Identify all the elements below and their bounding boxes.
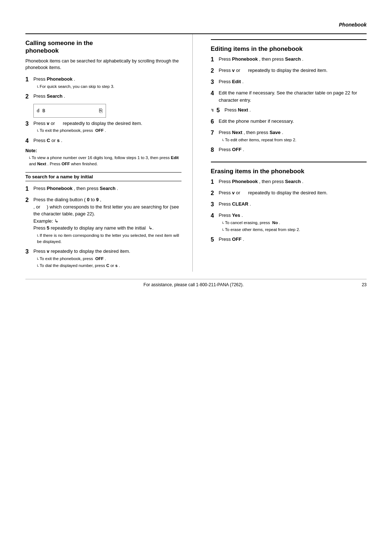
step-2: 2 Press Search . — [25, 93, 181, 101]
content-columns: Calling someone in thephonebook Phoneboo… — [25, 33, 367, 272]
step-1: 1 Press Phonebook . For quick search, yo… — [25, 76, 181, 90]
sub-step-num-2: 2 — [25, 196, 33, 245]
step-content-4: Press C or s . — [33, 137, 181, 145]
erase-sub-note-4a: To cancel erasing, press No . — [222, 220, 367, 226]
erase-step-num-5: 5 — [211, 235, 219, 244]
edit-step-num-4: 4 — [211, 89, 219, 104]
edit-step-5: ↯ 5 Press Next . — [211, 106, 367, 115]
step-content-3: Press v or repeatedly to display the des… — [33, 120, 181, 134]
note-content: To view a phone number over 16 digits lo… — [29, 155, 181, 167]
erase-step-2: 2 Press v or repeatedly to display the d… — [211, 189, 367, 198]
sub-step-content-3: Press v repeatedly to display the desire… — [33, 248, 181, 269]
erase-step-content-1: Press Phonebook , then press Search . — [219, 178, 367, 186]
edit-step-content-5: Press Next . — [225, 106, 367, 115]
edit-step-6: 6 Edit the phone number if necessary. — [211, 118, 367, 126]
section-editing-title: Editing items in the phonebook — [211, 45, 367, 53]
erase-step-content-3: Press CLEAR . — [219, 200, 367, 209]
display-icon: ⎘ — [99, 107, 103, 114]
right-column: Editing items in the phonebook 1 Press P… — [207, 34, 367, 272]
erase-step-content-5: Press OFF . — [219, 236, 367, 244]
edit-step-num-5: 5 — [217, 106, 225, 115]
phonebook-bold-1: Phonebook — [47, 76, 73, 82]
erase-step-4: 4 Press Yes . To cancel erasing, press N… — [211, 212, 367, 233]
section-editing: Editing items in the phonebook 1 Press P… — [211, 39, 367, 154]
sub-step-num-1: 1 — [25, 185, 33, 193]
edit-step-3: 3 Press Edit . — [211, 78, 367, 86]
erase-step-3: 3 Press CLEAR . — [211, 200, 367, 209]
sub-step-1: 1 Press Phonebook , then press Search . — [25, 185, 181, 193]
left-column: Calling someone in thephonebook Phoneboo… — [25, 34, 193, 272]
sub-section-title: To search for a name by initial — [25, 172, 181, 181]
step-num-4: 4 — [25, 137, 33, 145]
erase-step-num-1: 1 — [211, 178, 219, 186]
edit-step-num-7: 7 — [211, 129, 219, 143]
sub-note-3b: To dial the displayed number, press C or… — [37, 263, 181, 269]
v-bold-1: v — [47, 121, 49, 126]
v-bold-2: v — [47, 248, 49, 254]
erase-step-num-4: 4 — [211, 211, 219, 233]
edit-step-4: 4 Edit the name if necessary. See the ch… — [211, 89, 367, 104]
section-calling: Calling someone in thephonebook Phoneboo… — [25, 39, 181, 167]
note-label: Note: — [25, 148, 181, 153]
step-3: 3 Press v or repeatedly to display the d… — [25, 120, 181, 134]
erase-sub-note-4b: To erase other items, repeat from step 2… — [222, 227, 367, 233]
erase-step-num-2: 2 — [211, 189, 219, 198]
note-item-1: To view a phone number over 16 digits lo… — [29, 155, 181, 167]
section-erasing-title: Erasing items in the phonebook — [211, 167, 367, 175]
sub-step-content-1: Press Phonebook , then press Search . — [33, 185, 181, 193]
sub-step-2: 2 Press the dialing button ( 0 to 9 , , … — [25, 196, 181, 245]
erase-step-num-3: 3 — [211, 200, 219, 209]
page-footer: For assistance, please call 1-800-211-PA… — [25, 279, 367, 287]
sub-note-2a: If there is no item corresponding to the… — [37, 232, 181, 245]
page-header: Phonebook — [25, 22, 367, 30]
footer-page-num: 23 — [362, 282, 367, 287]
edit-step-num-6: 6 — [211, 117, 219, 126]
sub-note-3a: To exit the phonebook, press OFF . — [37, 256, 181, 262]
edit-step-num-2: 2 — [211, 66, 219, 75]
sub-note-1: For quick search, you can skip to step 3… — [37, 84, 181, 90]
sub-note-3: To exit the phonebook, press OFF . — [37, 127, 181, 134]
edit-step-2: 2 Press v or repeatedly to display the d… — [211, 67, 367, 75]
note-block: Note: To view a phone number over 16 dig… — [25, 148, 181, 167]
page: Phonebook Calling someone in thephoneboo… — [0, 0, 392, 555]
step-num-1: 1 — [25, 75, 33, 90]
edit-step-content-6: Edit the phone number if necessary. — [219, 118, 367, 126]
edit-step-content-4: Edit the name if necessary. See the char… — [219, 89, 367, 104]
edit-step-num-3: 3 — [211, 78, 219, 86]
edit-step-num-8: 8 — [211, 146, 219, 154]
sub-step-content-2: Press the dialing button ( 0 to 9 , , or… — [33, 196, 181, 245]
step-num-2: 2 — [25, 92, 33, 101]
footer-center: For assistance, please call 1-800-211-PA… — [143, 282, 244, 287]
erase-step-content-2: Press v or repeatedly to display the des… — [219, 189, 367, 198]
edit-step-1: 1 Press Phonebook , then press Search . — [211, 56, 367, 64]
display-text: d B — [37, 108, 45, 113]
edit-step-content-7: Press Next , then press Save . To edit o… — [219, 129, 367, 143]
edit-step-7: 7 Press Next , then press Save . To edit… — [211, 129, 367, 143]
erase-step-5: 5 Press OFF . — [211, 236, 367, 244]
section-erasing: Erasing items in the phonebook 1 Press P… — [211, 162, 367, 244]
phonebook-bold-2: Phonebook — [47, 186, 73, 191]
edit-step-content-1: Press Phonebook , then press Search . — [219, 56, 367, 64]
display-box: d B ⎘ — [33, 104, 106, 118]
search-bold-2: Search — [100, 186, 115, 191]
edit-step-content-3: Press Edit . — [219, 78, 367, 86]
s-bold: s — [57, 138, 60, 143]
section-calling-title: Calling someone in thephonebook — [25, 39, 181, 55]
edit-step-num-1: 1 — [211, 55, 219, 64]
header-title: Phonebook — [339, 22, 367, 28]
section-calling-intro: Phonebook items can be searched for alph… — [25, 58, 181, 72]
sub-section-search-by-initial: To search for a name by initial 1 Press … — [25, 172, 181, 269]
search-bold-1: Search — [47, 93, 62, 99]
edit-step-8: 8 Press OFF . — [211, 146, 367, 154]
sub-step-num-3: 3 — [25, 247, 33, 269]
edit-step-content-2: Press v or repeatedly to display the des… — [219, 67, 367, 75]
step-content-2: Press Search . — [33, 93, 181, 101]
edit-step-content-8: Press OFF . — [219, 146, 367, 154]
step-4: 4 Press C or s . — [25, 137, 181, 145]
sub-step-3: 3 Press v repeatedly to display the desi… — [25, 248, 181, 269]
step-num-3: 3 — [25, 119, 33, 134]
erase-step-content-4: Press Yes . To cancel erasing, press No … — [219, 212, 367, 233]
clear-bold: CLEAR — [232, 201, 248, 207]
note-icon-5: ↯ — [211, 107, 217, 115]
edit-sub-note-7: To edit other items, repeat from step 2. — [222, 137, 367, 143]
